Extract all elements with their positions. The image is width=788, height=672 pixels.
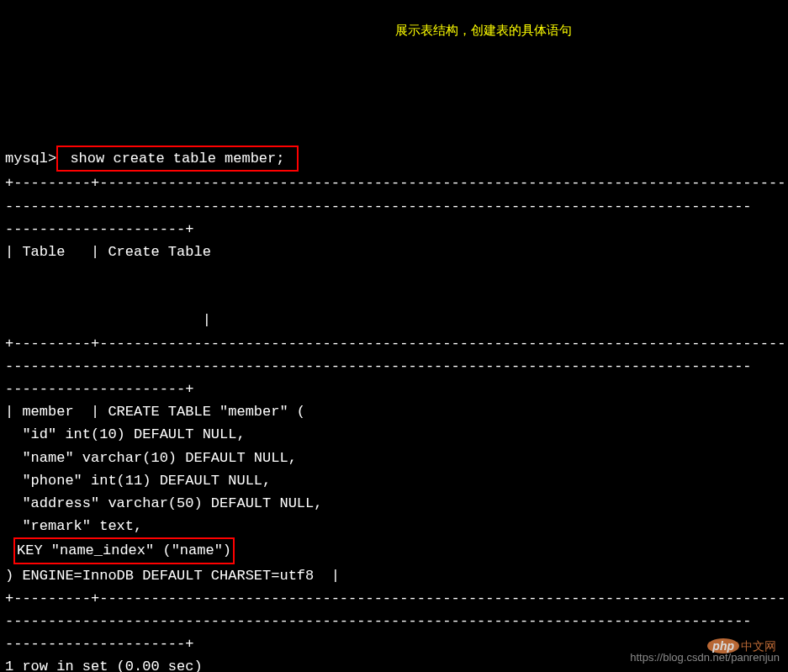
separator: ----------------------------------------… bbox=[99, 590, 788, 606]
separator: ---------------------+ bbox=[5, 636, 193, 652]
separator: ----------------------------------------… bbox=[99, 336, 788, 352]
column-phone: "phone" int(11) DEFAULT NULL, bbox=[5, 473, 271, 489]
column-remark: "remark" text, bbox=[5, 518, 142, 534]
command-highlight-box: show create table member; bbox=[56, 146, 298, 172]
separator: +---------+ bbox=[5, 175, 99, 191]
separator: +---------+ bbox=[5, 336, 99, 352]
watermark-url: https://blog.csdn.net/panrenjun bbox=[630, 649, 780, 667]
separator: ---------------------+ bbox=[5, 221, 193, 237]
terminal-prompt: mysql> bbox=[5, 151, 56, 167]
engine-line: ) ENGINE=InnoDB DEFAULT CHARSET=utf8 | bbox=[5, 568, 340, 584]
key-index-line: KEY "name_index" ("name") bbox=[17, 542, 231, 558]
separator: ----------------------------------------… bbox=[99, 175, 788, 191]
create-table-line: | member | CREATE TABLE "member" ( bbox=[5, 404, 305, 420]
column-address: "address" varchar(50) DEFAULT NULL, bbox=[5, 495, 322, 511]
sql-command: show create table member; bbox=[61, 151, 293, 167]
separator: ----------------------------------------… bbox=[5, 358, 752, 374]
separator: ---------------------+ bbox=[5, 381, 193, 397]
column-name: "name" varchar(10) DEFAULT NULL, bbox=[5, 450, 297, 466]
key-highlight-box: KEY "name_index" ("name") bbox=[13, 537, 235, 564]
column-id: "id" int(10) DEFAULT NULL, bbox=[5, 426, 246, 442]
separator: +---------+ bbox=[5, 590, 99, 606]
table-header-row: | Table | Create Table bbox=[5, 244, 211, 260]
separator: ----------------------------------------… bbox=[5, 198, 752, 214]
annotation-text: 展示表结构，创建表的具体语句 bbox=[395, 20, 572, 40]
separator: ----------------------------------------… bbox=[5, 613, 752, 629]
rows-in-set: 1 row in set (0.00 sec) bbox=[5, 659, 203, 672]
blank-pipe: | bbox=[5, 312, 211, 328]
